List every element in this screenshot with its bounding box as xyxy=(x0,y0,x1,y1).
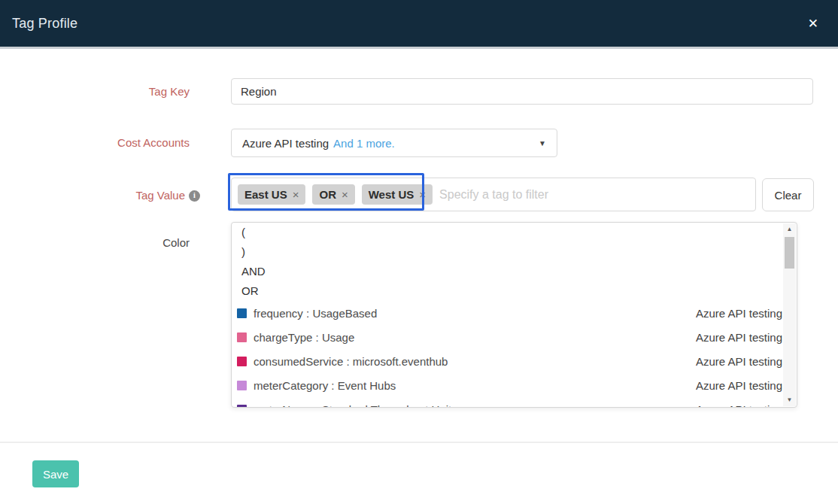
scroll-down-icon[interactable]: ▼ xyxy=(787,396,793,404)
scrollbar-thumb[interactable] xyxy=(785,237,794,269)
color-swatch xyxy=(237,308,247,318)
dropdown-item-account: Azure API testing xyxy=(696,307,782,320)
cost-accounts-label: Cost Accounts xyxy=(0,135,190,150)
tag-value-label: Tag Value xyxy=(135,188,185,203)
dropdown-operator[interactable]: AND xyxy=(232,262,797,281)
dropdown-operator[interactable]: ( xyxy=(232,223,797,242)
tag-key-label: Tag Key xyxy=(0,84,190,99)
tag-chip: West US × xyxy=(362,184,433,205)
tag-chip: East US × xyxy=(238,184,305,205)
dropdown-item-account: Azure API testing xyxy=(696,403,782,408)
tag-chip: OR × xyxy=(312,184,354,205)
modal-title: Tag Profile xyxy=(12,16,77,32)
dropdown-scrollbar[interactable]: ▲ ▼ xyxy=(783,223,796,406)
color-swatch xyxy=(237,381,247,390)
dropdown-item-account: Azure API testing xyxy=(696,331,782,344)
info-icon[interactable]: i xyxy=(189,190,200,202)
dropdown-item-clipped[interactable]: meterName : Standard Throughput Unit Azu… xyxy=(232,397,797,408)
dropdown-item-account: Azure API testing xyxy=(696,379,782,392)
tag-profile-modal: Tag Profile ✕ Tag Key Cost Accounts Azur… xyxy=(0,0,838,504)
tag-chip-text: OR xyxy=(319,188,336,201)
tag-filter-input[interactable] xyxy=(439,188,749,202)
cost-accounts-select[interactable]: Azure API testing And 1 more. ▼ xyxy=(231,129,557,157)
tag-chip-text: West US xyxy=(369,188,414,201)
color-swatch xyxy=(237,357,247,366)
color-swatch xyxy=(237,405,247,408)
dropdown-item-label: frequency : UsageBased xyxy=(254,307,377,320)
dropdown-operator[interactable]: ) xyxy=(232,242,797,262)
dropdown-item-label: chargeType : Usage xyxy=(254,331,354,344)
clear-button[interactable]: Clear xyxy=(762,178,814,211)
footer-divider xyxy=(0,442,838,443)
dropdown-item-label: meterCategory : Event Hubs xyxy=(254,379,396,392)
color-label: Color xyxy=(0,235,190,250)
close-icon[interactable]: ✕ xyxy=(808,17,818,30)
dropdown-item[interactable]: chargeType : Usage Azure API testing xyxy=(232,325,797,349)
dropdown-item-label: consumedService : microsoft.eventhub xyxy=(254,355,448,368)
dropdown-operator[interactable]: OR xyxy=(232,281,797,301)
save-button[interactable]: Save xyxy=(32,460,79,487)
cost-accounts-value: Azure API testing xyxy=(242,137,329,150)
dropdown-item[interactable]: meterCategory : Event Hubs Azure API tes… xyxy=(232,373,797,397)
chip-remove-icon[interactable]: × xyxy=(342,188,348,201)
chevron-down-icon: ▼ xyxy=(539,139,546,147)
scroll-up-icon[interactable]: ▲ xyxy=(787,226,793,233)
cost-accounts-more-link[interactable]: And 1 more. xyxy=(333,137,395,150)
tag-key-input[interactable] xyxy=(231,78,813,105)
dropdown-item-label: meterName : Standard Throughput Unit xyxy=(254,403,451,408)
modal-header: Tag Profile ✕ xyxy=(0,0,838,49)
tag-chip-text: East US xyxy=(244,188,287,201)
dropdown-item[interactable]: consumedService : microsoft.eventhub Azu… xyxy=(232,349,797,373)
dropdown-item-account: Azure API testing xyxy=(696,355,782,368)
dropdown-item[interactable]: frequency : UsageBased Azure API testing xyxy=(232,301,797,325)
tag-dropdown-panel: ( ) AND OR frequency : UsageBased Azure … xyxy=(231,222,797,408)
chip-remove-icon[interactable]: × xyxy=(419,188,426,201)
tag-value-field[interactable]: East US × OR × West US × xyxy=(231,178,756,211)
color-swatch xyxy=(237,332,247,342)
chip-remove-icon[interactable]: × xyxy=(293,188,299,201)
tag-value-label-wrap: Tag Value i xyxy=(0,188,200,203)
